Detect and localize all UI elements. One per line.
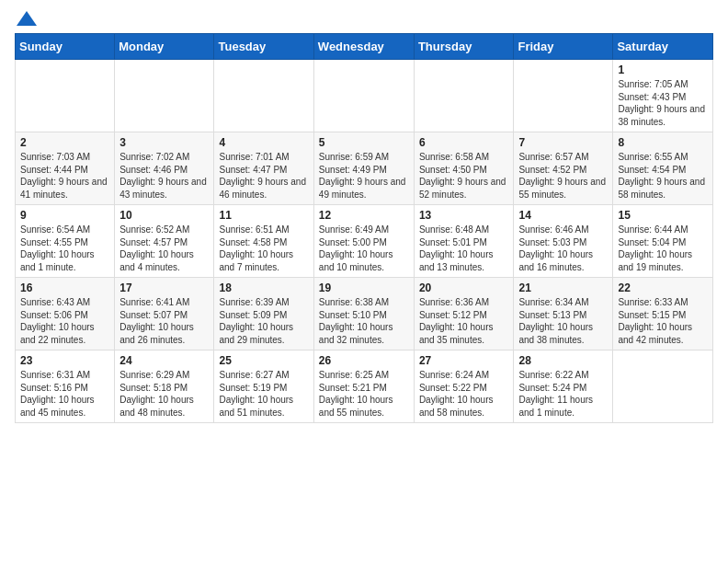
calendar-cell: 16Sunrise: 6:43 AM Sunset: 5:06 PM Dayli…: [16, 278, 115, 350]
weekday-header-tuesday: Tuesday: [214, 34, 313, 60]
day-info: Sunrise: 6:29 AM Sunset: 5:18 PM Dayligh…: [119, 369, 209, 419]
calendar-cell: [313, 60, 414, 132]
calendar-cell: 1Sunrise: 7:05 AM Sunset: 4:43 PM Daylig…: [613, 60, 713, 132]
day-number: 27: [419, 354, 509, 367]
calendar-cell: [613, 350, 713, 423]
day-number: 22: [618, 282, 708, 294]
day-info: Sunrise: 6:44 AM Sunset: 5:04 PM Dayligh…: [618, 224, 708, 273]
day-number: 28: [518, 354, 608, 367]
calendar-cell: 22Sunrise: 6:33 AM Sunset: 5:15 PM Dayli…: [613, 278, 713, 350]
calendar-week-1: 1Sunrise: 7:05 AM Sunset: 4:43 PM Daylig…: [16, 60, 713, 132]
calendar-cell: 13Sunrise: 6:48 AM Sunset: 5:01 PM Dayli…: [414, 205, 514, 278]
calendar-cell: 6Sunrise: 6:58 AM Sunset: 4:50 PM Daylig…: [414, 132, 514, 205]
day-number: 15: [618, 209, 708, 222]
calendar-cell: 5Sunrise: 6:59 AM Sunset: 4:49 PM Daylig…: [313, 132, 414, 205]
day-number: 14: [518, 209, 608, 222]
day-info: Sunrise: 6:43 AM Sunset: 5:06 PM Dayligh…: [20, 296, 109, 346]
logo-icon: [17, 11, 37, 26]
day-info: Sunrise: 6:52 AM Sunset: 4:57 PM Dayligh…: [119, 224, 209, 273]
day-info: Sunrise: 6:59 AM Sunset: 4:49 PM Dayligh…: [319, 151, 409, 201]
calendar-cell: 10Sunrise: 6:52 AM Sunset: 4:57 PM Dayli…: [115, 205, 214, 278]
day-info: Sunrise: 6:38 AM Sunset: 5:10 PM Dayligh…: [319, 296, 409, 346]
day-info: Sunrise: 6:34 AM Sunset: 5:13 PM Dayligh…: [518, 296, 608, 346]
day-info: Sunrise: 6:48 AM Sunset: 5:01 PM Dayligh…: [419, 224, 509, 273]
svg-marker-0: [17, 11, 37, 26]
day-info: Sunrise: 7:01 AM Sunset: 4:47 PM Dayligh…: [219, 151, 308, 201]
day-number: 21: [518, 282, 608, 294]
day-info: Sunrise: 6:22 AM Sunset: 5:24 PM Dayligh…: [518, 369, 608, 419]
calendar-week-4: 16Sunrise: 6:43 AM Sunset: 5:06 PM Dayli…: [16, 278, 713, 350]
day-number: 23: [20, 354, 109, 367]
weekday-header-monday: Monday: [115, 34, 214, 60]
calendar-cell: 9Sunrise: 6:54 AM Sunset: 4:55 PM Daylig…: [16, 205, 115, 278]
calendar-cell: 14Sunrise: 6:46 AM Sunset: 5:03 PM Dayli…: [514, 205, 613, 278]
calendar-week-2: 2Sunrise: 7:03 AM Sunset: 4:44 PM Daylig…: [16, 132, 713, 205]
day-info: Sunrise: 6:46 AM Sunset: 5:03 PM Dayligh…: [518, 224, 608, 273]
day-number: 11: [219, 209, 308, 222]
day-number: 26: [319, 354, 409, 367]
calendar-cell: 12Sunrise: 6:49 AM Sunset: 5:00 PM Dayli…: [313, 205, 414, 278]
calendar-cell: [414, 60, 514, 132]
day-number: 20: [419, 282, 509, 294]
day-number: 17: [119, 282, 209, 294]
calendar-cell: 2Sunrise: 7:03 AM Sunset: 4:44 PM Daylig…: [16, 132, 115, 205]
day-info: Sunrise: 6:27 AM Sunset: 5:19 PM Dayligh…: [219, 369, 308, 419]
day-number: 13: [419, 209, 509, 222]
calendar-cell: 19Sunrise: 6:38 AM Sunset: 5:10 PM Dayli…: [313, 278, 414, 350]
day-number: 2: [20, 136, 109, 149]
calendar-cell: [16, 60, 115, 132]
day-number: 6: [419, 136, 509, 149]
logo: [15, 15, 37, 26]
day-info: Sunrise: 7:02 AM Sunset: 4:46 PM Dayligh…: [119, 151, 209, 201]
day-number: 10: [119, 209, 209, 222]
day-number: 7: [518, 136, 608, 149]
calendar-cell: 25Sunrise: 6:27 AM Sunset: 5:19 PM Dayli…: [214, 350, 313, 423]
day-info: Sunrise: 6:49 AM Sunset: 5:00 PM Dayligh…: [319, 224, 409, 273]
day-info: Sunrise: 6:33 AM Sunset: 5:15 PM Dayligh…: [618, 296, 708, 346]
calendar-cell: [514, 60, 613, 132]
day-number: 18: [219, 282, 308, 294]
calendar-cell: 8Sunrise: 6:55 AM Sunset: 4:54 PM Daylig…: [613, 132, 713, 205]
calendar-cell: 24Sunrise: 6:29 AM Sunset: 5:18 PM Dayli…: [115, 350, 214, 423]
weekday-header-wednesday: Wednesday: [313, 34, 414, 60]
calendar-cell: 3Sunrise: 7:02 AM Sunset: 4:46 PM Daylig…: [115, 132, 214, 205]
day-number: 19: [319, 282, 409, 294]
calendar-cell: 4Sunrise: 7:01 AM Sunset: 4:47 PM Daylig…: [214, 132, 313, 205]
day-info: Sunrise: 6:39 AM Sunset: 5:09 PM Dayligh…: [219, 296, 308, 346]
weekday-header-thursday: Thursday: [414, 34, 514, 60]
day-info: Sunrise: 6:54 AM Sunset: 4:55 PM Dayligh…: [20, 224, 109, 273]
calendar-cell: 28Sunrise: 6:22 AM Sunset: 5:24 PM Dayli…: [514, 350, 613, 423]
day-number: 8: [618, 136, 708, 149]
weekday-header-friday: Friday: [514, 34, 613, 60]
weekday-header-saturday: Saturday: [613, 34, 713, 60]
day-number: 1: [618, 63, 708, 76]
day-info: Sunrise: 6:41 AM Sunset: 5:07 PM Dayligh…: [119, 296, 209, 346]
calendar-cell: 20Sunrise: 6:36 AM Sunset: 5:12 PM Dayli…: [414, 278, 514, 350]
calendar-cell: 26Sunrise: 6:25 AM Sunset: 5:21 PM Dayli…: [313, 350, 414, 423]
day-info: Sunrise: 6:55 AM Sunset: 4:54 PM Dayligh…: [618, 151, 708, 201]
calendar-cell: [214, 60, 313, 132]
calendar-cell: 27Sunrise: 6:24 AM Sunset: 5:22 PM Dayli…: [414, 350, 514, 423]
day-number: 12: [319, 209, 409, 222]
day-number: 3: [119, 136, 209, 149]
day-info: Sunrise: 7:03 AM Sunset: 4:44 PM Dayligh…: [20, 151, 109, 201]
header: [15, 15, 713, 26]
day-info: Sunrise: 6:51 AM Sunset: 4:58 PM Dayligh…: [219, 224, 308, 273]
calendar-cell: 23Sunrise: 6:31 AM Sunset: 5:16 PM Dayli…: [16, 350, 115, 423]
day-info: Sunrise: 6:24 AM Sunset: 5:22 PM Dayligh…: [419, 369, 509, 419]
day-number: 25: [219, 354, 308, 367]
calendar-cell: [115, 60, 214, 132]
day-info: Sunrise: 6:25 AM Sunset: 5:21 PM Dayligh…: [319, 369, 409, 419]
day-number: 4: [219, 136, 308, 149]
calendar-cell: 7Sunrise: 6:57 AM Sunset: 4:52 PM Daylig…: [514, 132, 613, 205]
calendar-cell: 15Sunrise: 6:44 AM Sunset: 5:04 PM Dayli…: [613, 205, 713, 278]
day-info: Sunrise: 6:36 AM Sunset: 5:12 PM Dayligh…: [419, 296, 509, 346]
day-number: 9: [20, 209, 109, 222]
calendar-week-5: 23Sunrise: 6:31 AM Sunset: 5:16 PM Dayli…: [16, 350, 713, 423]
calendar-cell: 21Sunrise: 6:34 AM Sunset: 5:13 PM Dayli…: [514, 278, 613, 350]
calendar-cell: 11Sunrise: 6:51 AM Sunset: 4:58 PM Dayli…: [214, 205, 313, 278]
day-number: 5: [319, 136, 409, 149]
day-number: 24: [119, 354, 209, 367]
day-info: Sunrise: 6:31 AM Sunset: 5:16 PM Dayligh…: [20, 369, 109, 419]
calendar-header-row: SundayMondayTuesdayWednesdayThursdayFrid…: [16, 34, 713, 60]
